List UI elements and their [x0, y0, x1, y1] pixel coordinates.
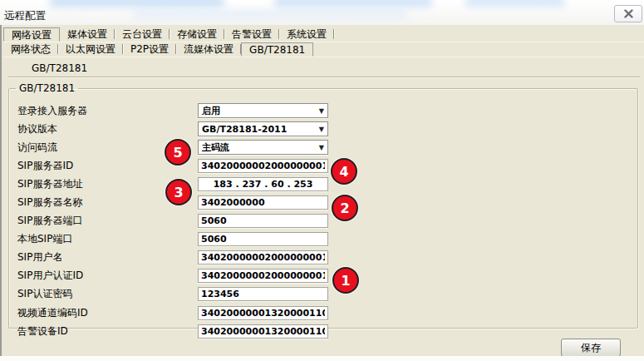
access-stream-select[interactable]: 主码流 ▼ [198, 140, 328, 155]
dialog-title: 远程配置 [4, 9, 46, 23]
local-sip-port-input[interactable] [198, 232, 328, 246]
tab-alarm-settings[interactable]: 告警设置 [224, 27, 279, 42]
form-row-access-stream: 访问码流 主码流 ▼ [9, 138, 637, 156]
field-label: SIP用户认证ID [9, 269, 198, 283]
chevron-down-icon: ▼ [319, 107, 324, 115]
blurred-background-artifact [50, 0, 224, 7]
sip-auth-password-input[interactable] [198, 287, 328, 301]
login-access-server-select[interactable]: 启用 ▼ [198, 103, 328, 118]
annotation-badge-4: 4 [331, 158, 357, 185]
annotation-badge-3: 3 [165, 179, 192, 205]
close-button[interactable] [614, 5, 642, 22]
form-row-sip-server-port: SIP服务器端口 [9, 212, 637, 230]
field-label: 告警设备ID [9, 324, 198, 339]
blurred-background-artifact [274, 0, 432, 7]
sip-user-auth-id-input[interactable] [198, 269, 328, 283]
gbt28181-groupbox: GB/T28181 登录接入服务器 启用 ▼ 协议版本 GB/T28181-20… [8, 82, 638, 329]
chevron-down-icon: ▼ [319, 126, 324, 133]
blurred-background-artifact [133, 10, 407, 18]
blurred-background-artifact [465, 0, 565, 7]
field-label: 视频通道编码ID [9, 306, 198, 320]
form-row-video-channel-id: 视频通道编码ID [9, 304, 637, 322]
chevron-down-icon: ▼ [319, 144, 324, 151]
tab-p2p-settings[interactable]: P2P设置 [123, 42, 176, 57]
sip-server-name-input[interactable] [198, 195, 328, 210]
save-button[interactable]: 保存 [561, 339, 621, 357]
tab-network-status[interactable]: 网络状态 [3, 42, 58, 57]
annotation-badge-1: 1 [332, 267, 359, 294]
select-value: 启用 [199, 105, 220, 117]
form-row-alarm-device-id: 告警设备ID [9, 322, 637, 340]
sip-server-id-input[interactable] [198, 159, 328, 173]
select-value: 主码流 [199, 141, 229, 154]
form-row-sip-server-name: SIP服务器名称 [9, 193, 637, 211]
protocol-version-select[interactable]: GB/T28181-2011 ▼ [198, 121, 328, 136]
field-label: SIP服务器端口 [9, 214, 198, 228]
close-icon [624, 9, 633, 18]
tab-ethernet-settings[interactable]: 以太网设置 [58, 42, 123, 57]
annotation-badge-2: 2 [332, 195, 358, 221]
video-channel-id-input[interactable] [198, 306, 328, 320]
tab-gbt28181[interactable]: GB/T28181 [241, 42, 313, 57]
tab-network-settings[interactable]: 网络设置 [3, 27, 60, 42]
form-row-local-sip-port: 本地SIP端口 [9, 230, 637, 249]
sip-username-input[interactable] [198, 250, 328, 265]
field-label: 本地SIP端口 [9, 232, 198, 246]
window-bottom-edge [0, 356, 644, 361]
tab-ptz-settings[interactable]: 云台设置 [115, 27, 170, 42]
remote-config-dialog: 远程配置 网络设置 媒体设置 云台设置 存储设置 告警设置 系统设置 网络状态 … [0, 0, 644, 361]
sip-server-port-input[interactable] [198, 214, 328, 228]
alarm-device-id-input[interactable] [198, 324, 328, 339]
tab-streaming-media-settings[interactable]: 流媒体设置 [176, 42, 241, 57]
tab-storage-settings[interactable]: 存储设置 [170, 27, 224, 42]
form-row-sip-username: SIP用户名 [9, 249, 637, 267]
tab-media-settings[interactable]: 媒体设置 [60, 27, 115, 42]
separator-line [8, 77, 640, 78]
dialog-content: 网络设置 媒体设置 云台设置 存储设置 告警设置 系统设置 网络状态 以太网设置… [0, 25, 644, 356]
form-row-sip-server-address: SIP服务器地址 [9, 175, 637, 193]
tab-system-settings[interactable]: 系统设置 [279, 27, 334, 42]
secondary-tab-bar: 网络状态 以太网设置 P2P设置 流媒体设置 GB/T28181 [3, 42, 644, 57]
groupbox-legend: GB/T28181 [16, 82, 78, 94]
annotation-badge-5: 5 [165, 139, 191, 166]
form-row-sip-user-auth-id: SIP用户认证ID [9, 267, 637, 285]
field-label: SIP认证密码 [9, 287, 198, 301]
form-row-protocol-version: 协议版本 GB/T28181-2011 ▼ [9, 120, 637, 138]
form-row-sip-auth-password: SIP认证密码 [9, 285, 637, 304]
page-subheader: GB/T28181 [32, 62, 87, 74]
select-value: GB/T28181-2011 [199, 124, 287, 135]
sip-server-address-input[interactable] [198, 177, 328, 191]
field-label: SIP用户名 [9, 250, 198, 265]
field-label: 协议版本 [9, 122, 198, 136]
field-label: 登录接入服务器 [9, 104, 198, 118]
primary-tab-bar: 网络设置 媒体设置 云台设置 存储设置 告警设置 系统设置 [3, 27, 644, 42]
titlebar: 远程配置 [0, 0, 644, 25]
form-row-login-access-server: 登录接入服务器 启用 ▼ [9, 101, 637, 120]
form-row-sip-server-id: SIP服务器ID [9, 156, 637, 175]
form-rows: 登录接入服务器 启用 ▼ 协议版本 GB/T28181-2011 ▼ 访问码流 [9, 101, 637, 340]
